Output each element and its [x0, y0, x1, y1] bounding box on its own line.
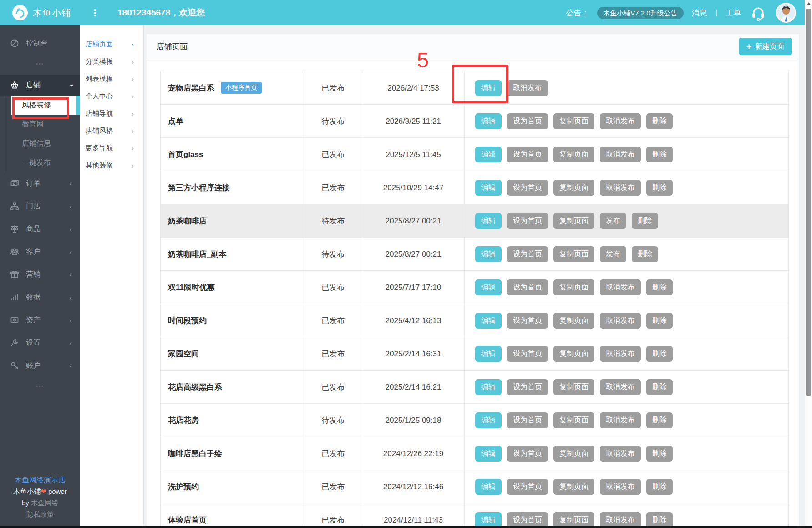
- copy-button[interactable]: 复制页面: [553, 113, 594, 129]
- sidebar-item-stores[interactable]: 门店 ‹: [0, 195, 80, 218]
- sidebar-subitem-shop-info[interactable]: 店铺信息: [11, 134, 80, 153]
- sidebar-item-marketing[interactable]: 营销 ‹: [0, 263, 80, 286]
- copy-button[interactable]: 复制页面: [553, 379, 594, 395]
- edit-button[interactable]: 编辑: [475, 379, 502, 395]
- sidebar-item-account[interactable]: 账户 ‹: [0, 354, 80, 377]
- messages-link[interactable]: 消息: [692, 8, 707, 18]
- edit-button[interactable]: 编辑: [475, 213, 502, 229]
- workorder-link[interactable]: 工单: [726, 8, 741, 18]
- unpublish-button[interactable]: 取消发布: [600, 147, 641, 162]
- demo-store-link[interactable]: 木鱼网络演示店: [0, 474, 80, 486]
- copy-button[interactable]: 复制页面: [553, 180, 594, 196]
- delete-button[interactable]: 删除: [646, 313, 673, 329]
- copy-button[interactable]: 复制页面: [553, 446, 594, 462]
- unpublish-button[interactable]: 取消发布: [600, 412, 641, 428]
- sidebar-item-orders[interactable]: 订单 ‹: [0, 172, 80, 195]
- unpublish-button[interactable]: 取消发布: [600, 313, 641, 329]
- edit-button[interactable]: 编辑: [475, 479, 502, 495]
- set-home-button[interactable]: 设为首页: [507, 113, 548, 129]
- unpublish-button[interactable]: 取消发布: [507, 80, 548, 96]
- edit-button[interactable]: 编辑: [475, 147, 502, 162]
- set-home-button[interactable]: 设为首页: [507, 313, 548, 329]
- edit-button[interactable]: 编辑: [475, 313, 502, 329]
- copy-button[interactable]: 复制页面: [553, 313, 594, 329]
- secondary-item-shop-pages[interactable]: 店铺页面 ›: [80, 36, 143, 53]
- more-dots-icon[interactable]: ⋮: [90, 8, 99, 17]
- delete-button[interactable]: 删除: [646, 479, 673, 495]
- sidebar-item-assets[interactable]: 资产 ‹: [0, 309, 80, 331]
- edit-button[interactable]: 编辑: [475, 346, 502, 362]
- set-home-button[interactable]: 设为首页: [507, 213, 548, 229]
- avatar[interactable]: [776, 2, 797, 23]
- sidebar-item-data[interactable]: 数据 ‹: [0, 286, 80, 309]
- scroll-thumb[interactable]: [806, 9, 811, 396]
- copy-button[interactable]: 复制页面: [553, 412, 594, 428]
- delete-button[interactable]: 删除: [646, 512, 673, 528]
- delete-button[interactable]: 删除: [646, 279, 673, 295]
- sidebar-item-dashboard[interactable]: 控制台: [0, 32, 80, 55]
- unpublish-button[interactable]: 取消发布: [600, 479, 641, 495]
- secondary-item-other-decoration[interactable]: 其他装修 ›: [80, 157, 143, 174]
- delete-button[interactable]: 删除: [632, 213, 658, 229]
- edit-button[interactable]: 编辑: [475, 113, 502, 129]
- delete-button[interactable]: 删除: [646, 446, 673, 462]
- set-home-button[interactable]: 设为首页: [507, 412, 548, 428]
- copy-button[interactable]: 复制页面: [553, 246, 594, 262]
- set-home-button[interactable]: 设为首页: [507, 279, 548, 295]
- edit-button[interactable]: 编辑: [475, 446, 502, 462]
- set-home-button[interactable]: 设为首页: [507, 346, 548, 362]
- unpublish-button[interactable]: 取消发布: [600, 346, 641, 362]
- sidebar-item-customers[interactable]: 客户 ‹: [0, 240, 80, 263]
- sidebar-item-shop[interactable]: 店铺 ‹: [0, 75, 80, 96]
- unpublish-button[interactable]: 取消发布: [600, 446, 641, 462]
- unpublish-button[interactable]: 取消发布: [600, 279, 641, 295]
- delete-button[interactable]: 删除: [646, 379, 673, 395]
- set-home-button[interactable]: 设为首页: [507, 147, 548, 162]
- unpublish-button[interactable]: 取消发布: [600, 512, 641, 528]
- scrollbar[interactable]: [805, 0, 812, 528]
- set-home-button[interactable]: 设为首页: [507, 479, 548, 495]
- delete-button[interactable]: 删除: [646, 412, 673, 428]
- set-home-button[interactable]: 设为首页: [507, 379, 548, 395]
- publish-button[interactable]: 发布: [600, 213, 626, 229]
- copy-button[interactable]: 复制页面: [553, 512, 594, 528]
- edit-button[interactable]: 编辑: [475, 512, 502, 528]
- copy-button[interactable]: 复制页面: [553, 479, 594, 495]
- sidebar-item-settings[interactable]: 设置 ‹: [0, 331, 80, 354]
- secondary-item-category-template[interactable]: 分类模板 ›: [80, 53, 143, 70]
- scroll-up-arrow[interactable]: [807, 2, 811, 5]
- edit-button[interactable]: 编辑: [475, 246, 502, 262]
- set-home-button[interactable]: 设为首页: [507, 246, 548, 262]
- edit-button[interactable]: 编辑: [475, 180, 502, 196]
- set-home-button[interactable]: 设为首页: [507, 180, 548, 196]
- copy-button[interactable]: 复制页面: [553, 213, 594, 229]
- copy-button[interactable]: 复制页面: [553, 279, 594, 295]
- secondary-item-more-navigation[interactable]: 更多导航 ›: [80, 139, 143, 157]
- headset-icon[interactable]: [749, 4, 767, 22]
- sidebar-item-goods[interactable]: 商品 ‹: [0, 218, 80, 240]
- unpublish-button[interactable]: 取消发布: [600, 113, 641, 129]
- copy-button[interactable]: 复制页面: [553, 147, 594, 162]
- app-logo[interactable]: 木鱼小铺: [12, 5, 71, 21]
- secondary-item-personal-center[interactable]: 个人中心 ›: [80, 87, 143, 105]
- secondary-item-shop-navigation[interactable]: 店铺导航 ›: [80, 105, 143, 122]
- delete-button[interactable]: 删除: [632, 246, 658, 262]
- publish-button[interactable]: 发布: [600, 246, 626, 262]
- sidebar-subitem-one-click-publish[interactable]: 一键发布: [11, 153, 80, 172]
- edit-button[interactable]: 编辑: [475, 279, 502, 295]
- privacy-policy-link[interactable]: 隐私政策: [0, 508, 80, 520]
- edit-button[interactable]: 编辑: [475, 412, 502, 428]
- delete-button[interactable]: 删除: [646, 113, 673, 129]
- copy-button[interactable]: 复制页面: [553, 346, 594, 362]
- new-page-button[interactable]: + 新建页面: [739, 38, 792, 55]
- unpublish-button[interactable]: 取消发布: [600, 180, 641, 196]
- unpublish-button[interactable]: 取消发布: [600, 379, 641, 395]
- secondary-item-shop-style[interactable]: 店铺风格 ›: [80, 122, 143, 139]
- set-home-button[interactable]: 设为首页: [507, 446, 548, 462]
- announcement-badge[interactable]: 木鱼小铺V7.2.0升级公告: [597, 7, 683, 19]
- delete-button[interactable]: 删除: [646, 180, 673, 196]
- delete-button[interactable]: 删除: [646, 346, 673, 362]
- set-home-button[interactable]: 设为首页: [507, 512, 548, 528]
- secondary-item-list-template[interactable]: 列表模板 ›: [80, 70, 143, 87]
- delete-button[interactable]: 删除: [646, 147, 673, 162]
